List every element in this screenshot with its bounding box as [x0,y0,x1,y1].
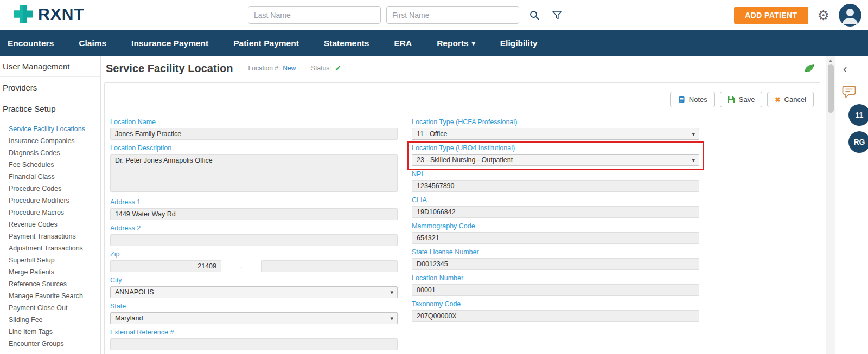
location-type-ub04-select[interactable]: 23 - Skilled Nursing - Outpatient ▾ [412,154,699,166]
rxnt-logo[interactable]: RXNT [13,4,85,24]
sidebar-item-line-item-tags[interactable]: Line Item Tags [0,326,100,338]
last-name-input[interactable] [248,6,381,24]
address1-input[interactable] [110,208,398,220]
location-number-value[interactable]: New [283,65,296,72]
field-location-number: Location Number [412,274,699,296]
zip-input[interactable] [110,260,221,272]
cancel-button-label: Cancel [784,95,806,104]
sidebar-item-diagnosis-codes[interactable]: Diagnosis Codes [0,147,100,159]
location-number-label: Location #: [248,65,280,72]
nav-item-era[interactable]: ERA [394,38,412,48]
sidebar-item-payment-transactions[interactable]: Payment Transactions [0,230,100,242]
nav-item-reports[interactable]: Reports ▾ [437,38,475,48]
avatar[interactable] [839,4,861,27]
first-name-input[interactable] [386,6,519,24]
nav-item-claims[interactable]: Claims [79,38,106,48]
location-type-ub04-value: 23 - Skilled Nursing - Outpatient [417,156,513,164]
field-npi: NPI [412,170,699,192]
field-zip: Zip - [110,250,398,272]
sidebar-item-merge-patients[interactable]: Merge Patients [0,266,100,278]
chat-icon[interactable] [842,85,868,99]
sidebar-item-reference-sources[interactable]: Reference Sources [0,278,100,290]
zip-label: Zip [110,250,398,258]
taxonomy-code-input[interactable] [412,310,699,322]
initials-badge[interactable]: RG [848,131,868,153]
field-location-type-ub04: Location Type (UBO4 Institutional) 23 - … [412,144,699,166]
state-select[interactable]: Maryland ▾ [110,312,398,324]
chevron-down-icon: ▾ [692,157,695,164]
notification-count-badge[interactable]: 11 [848,104,868,126]
sidebar-item-procedure-codes[interactable]: Procedure Codes [0,183,100,195]
nav-item-insurance-payment[interactable]: Insurance Payment [131,38,208,48]
state-license-number-input[interactable] [412,258,699,270]
sidebar-item-procedure-macros[interactable]: Procedure Macros [0,207,100,218]
state-label: State [110,302,398,310]
sidebar-item-revenue-codes[interactable]: Revenue Codes [0,218,100,230]
nav-item-eligibility[interactable]: Eligibility [500,38,538,48]
nav-item-encounters[interactable]: Encounters [8,38,54,48]
npi-input[interactable] [412,180,699,192]
search-icon[interactable] [527,8,542,23]
notes-button[interactable]: Notes [670,92,715,107]
save-icon [727,96,735,104]
sidebar-item-service-facility-locations[interactable]: Service Facility Locations [0,123,100,135]
scroll-up-icon[interactable]: ▲ [826,56,835,63]
form-right-column: Location Type (HCFA Professional) 11 - O… [412,118,699,354]
field-city: City ANNAPOLIS ▾ [110,276,398,298]
sidebar-item-encounter-groups[interactable]: Encounter Groups [0,338,100,350]
main-nav: Encounters Claims Insurance Payment Pati… [0,30,868,56]
chevron-down-icon: ▾ [390,289,393,296]
sidebar-item-procedure-modifiers[interactable]: Procedure Modifiers [0,195,100,207]
sidebar-item-insurance-companies[interactable]: Insurance Companies [0,135,100,147]
add-patient-button[interactable]: ADD PATIENT [734,7,808,24]
sidebar-item-payment-close-out[interactable]: Payment Close Out [0,302,100,314]
header-actions: ADD PATIENT ⚙ [734,4,861,27]
location-description-textarea[interactable]: Dr. Peter Jones Annapolis Office [110,154,398,192]
nav-item-statements[interactable]: Statements [324,38,369,48]
leaf-icon [804,63,815,73]
location-type-hcfa-select[interactable]: 11 - Office ▾ [412,128,699,140]
city-select[interactable]: ANNAPOLIS ▾ [110,286,398,298]
sidebar-section-practice-setup[interactable]: Practice Setup [0,98,100,119]
zip-ext-input[interactable] [261,260,398,272]
external-reference-label: External Reference # [110,329,398,336]
filter-icon[interactable] [550,8,565,23]
patient-search-bar [248,6,565,24]
sidebar-section-providers[interactable]: Providers [0,77,100,98]
field-location-name: Location Name [110,118,398,140]
nav-item-reports-label: Reports [437,38,469,48]
address2-input[interactable] [110,234,398,246]
gear-icon[interactable]: ⚙ [818,9,829,22]
sidebar-item-manage-favorite-search[interactable]: Manage Favorite Search [0,290,100,302]
location-name-input[interactable] [110,128,398,140]
clia-label: CLIA [412,196,699,204]
location-description-label: Location Description [110,144,398,152]
external-reference-input[interactable] [110,338,398,350]
field-external-reference: External Reference # [110,329,398,350]
clia-input[interactable] [412,206,699,218]
sidebar-item-fee-schedules[interactable]: Fee Schedules [0,159,100,171]
sidebar-item-adjustment-transactions[interactable]: Adjustment Transactions [0,242,100,254]
sidebar-item-superbill-setup[interactable]: Superbill Setup [0,254,100,266]
collapse-panel-chevron-icon[interactable]: ‹ [843,63,868,75]
field-taxonomy-code: Taxonomy Code [412,300,699,322]
vertical-scrollbar[interactable]: ▲ [826,56,835,354]
field-mammography-code: Mammography Code [412,222,699,244]
save-button-label: Save [739,95,755,104]
nav-item-patient-payment[interactable]: Patient Payment [233,38,299,48]
location-number-input[interactable] [412,284,699,296]
scrollbar-thumb[interactable] [828,64,834,113]
sidebar-item-financial-class[interactable]: Financial Class [0,171,100,183]
cancel-button[interactable]: ✖ Cancel [767,92,814,107]
field-address2: Address 2 [110,224,398,246]
title-row: Service Facility Location Location #: Ne… [101,56,825,81]
notes-button-label: Notes [689,95,707,104]
logo-cross-icon [13,4,34,24]
sidebar-section-user-management[interactable]: User Management [0,56,100,77]
mammography-code-input[interactable] [412,232,699,244]
sidebar-item-sliding-fee[interactable]: Sliding Fee [0,314,100,326]
cancel-x-icon: ✖ [775,96,780,103]
save-button[interactable]: Save [720,92,763,107]
zip-row: - [110,260,398,272]
zip-dash: - [221,262,261,271]
